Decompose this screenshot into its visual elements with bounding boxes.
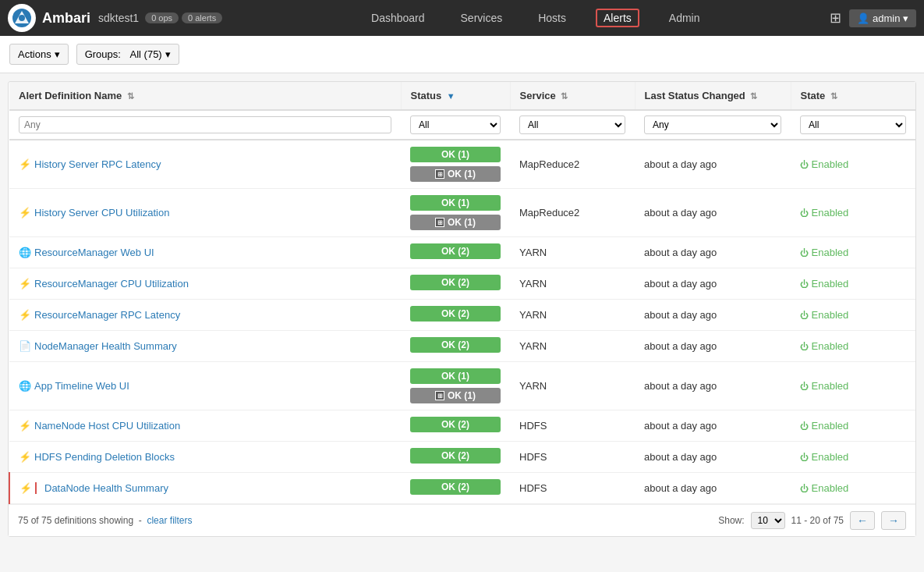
pagination-section: Show: 10 25 50 11 - 20 of 75 ← → [718,511,906,530]
alert-name-link[interactable]: ResourceManager RPC Latency [34,309,180,321]
col-header-service[interactable]: Service ⇅ [510,82,635,110]
alert-name-link[interactable]: History Server CPU Utilization [34,207,169,218]
status-btn-primary[interactable]: OK (2) [410,337,501,353]
alert-name-link[interactable]: DataNode Health Summary [35,482,168,494]
group-icon: ⊞ [435,391,444,400]
state-value: ⏻ Enabled [800,451,848,463]
status-stack: OK (2) [410,448,501,466]
power-icon: ⏻ [800,208,809,218]
alerts-table-container: Alert Definition Name ⇅ Status ▼ Service… [8,81,916,537]
nav-admin[interactable]: Admin [663,9,706,27]
status-btn-secondary[interactable]: ⊞ OK (1) [410,166,501,182]
status-btn-primary[interactable]: OK (2) [410,275,501,290]
user-menu-button[interactable]: 👤 admin ▾ [849,9,916,27]
cell-status: OK (2) [401,442,510,473]
status-btn-secondary[interactable]: ⊞ OK (1) [410,215,501,230]
alert-name-link[interactable]: App Timeline Web UI [34,380,129,392]
show-label: Show: [718,515,744,526]
filter-row: All OK WARNING CRITICAL All HDFS YARN Ma… [9,110,915,140]
cell-service: YARN [510,362,635,410]
status-btn-primary[interactable]: OK (2) [410,306,501,322]
sort-icon-status: ▼ [447,91,455,101]
status-btn-secondary[interactable]: ⊞ OK (1) [410,388,501,403]
cell-service: YARN [510,237,635,268]
cell-status: OK (1) ⊞ OK (1) [401,140,510,189]
status-btn-primary[interactable]: OK (1) [410,195,501,211]
cell-state: ⏻ Enabled [791,237,915,268]
sort-icon-last-changed: ⇅ [750,91,757,101]
globe-icon: 🌐 [19,247,31,258]
cell-service: YARN [510,268,635,300]
filter-state-select[interactable]: All Enabled Disabled [800,115,906,134]
alert-name-link[interactable]: ResourceManager Web UI [34,247,154,258]
table-row: ⚡HDFS Pending Deletion Blocks OK (2)HDFS… [9,442,915,473]
status-btn-primary[interactable]: OK (2) [410,479,501,495]
cell-state: ⏻ Enabled [791,300,915,331]
power-icon: ⏻ [800,382,809,391]
sort-icon-state: ⇅ [830,91,837,101]
footer-summary: 75 of 75 definitions showing - clear fil… [18,515,192,526]
alert-name-link[interactable]: History Server RPC Latency [34,158,161,170]
group-icon: ⊞ [435,218,444,227]
status-btn-primary[interactable]: OK (1) [410,368,501,384]
alert-name-link[interactable]: NameNode Host CPU Utilization [34,420,180,432]
status-btn-primary[interactable]: OK (2) [410,243,501,259]
groups-button[interactable]: Groups: All (75) ▾ [76,44,179,65]
cell-last-changed: about a day ago [635,140,791,189]
group-icon: ⊞ [435,169,444,179]
sort-icon-name: ⇅ [127,91,134,101]
clear-filters-link[interactable]: clear filters [147,515,192,526]
cell-state: ⏻ Enabled [791,442,915,473]
alert-name-link[interactable]: NodeManager Health Summary [34,340,177,352]
bolt-icon: ⚡ [19,451,31,463]
nav-services[interactable]: Services [455,9,509,27]
state-value: ⏻ Enabled [800,158,848,170]
status-btn-primary[interactable]: OK (2) [410,417,501,432]
filter-name-input[interactable] [19,116,391,133]
cell-name: ⚡ResourceManager CPU Utilization [9,268,401,300]
status-stack: OK (1) ⊞ OK (1) [410,195,501,230]
show-per-page-select[interactable]: 10 25 50 [751,512,785,529]
state-value: ⏻ Enabled [800,482,848,494]
grid-icon[interactable]: ⊞ [830,9,841,27]
status-btn-primary[interactable]: OK (1) [410,147,501,162]
cell-status: OK (2) [401,410,510,442]
filter-status-select[interactable]: All OK WARNING CRITICAL [410,115,501,134]
ops-badge: 0 ops [145,12,179,23]
cell-name: ⚡NameNode Host CPU Utilization [9,410,401,442]
bolt-icon: ⚡ [19,278,31,290]
cell-state: ⏻ Enabled [791,140,915,189]
status-btn-primary[interactable]: OK (2) [410,448,501,464]
cell-status: OK (2) [401,331,510,362]
groups-chevron-icon: ▾ [165,48,171,60]
col-header-state[interactable]: State ⇅ [791,82,915,110]
next-page-button[interactable]: → [881,511,906,530]
power-icon: ⏻ [800,279,809,289]
cell-last-changed: about a day ago [635,473,791,504]
cell-last-changed: about a day ago [635,300,791,331]
cell-service: YARN [510,300,635,331]
nav-hosts[interactable]: Hosts [532,9,572,27]
actions-button[interactable]: Actions ▾ [9,44,69,65]
filter-name-cell [9,110,401,140]
sort-icon-service: ⇅ [561,91,568,101]
nav-dashboard[interactable]: Dashboard [365,9,431,27]
alert-name-link[interactable]: HDFS Pending Deletion Blocks [34,451,175,463]
col-header-status[interactable]: Status ▼ [401,82,510,110]
bolt-icon: ⚡ [19,158,31,170]
filter-service-select[interactable]: All HDFS YARN MapReduce2 [519,115,625,134]
cell-last-changed: about a day ago [635,410,791,442]
filter-service-cell: All HDFS YARN MapReduce2 [510,110,635,140]
prev-page-button[interactable]: ← [850,511,875,530]
cell-last-changed: about a day ago [635,331,791,362]
filter-status-cell: All OK WARNING CRITICAL [401,110,510,140]
col-header-last-changed[interactable]: Last Status Changed ⇅ [635,82,791,110]
col-header-name[interactable]: Alert Definition Name ⇅ [9,82,401,110]
alert-name-link[interactable]: ResourceManager CPU Utilization [34,278,189,290]
table-row: ⚡History Server RPC Latency OK (1) ⊞ OK … [9,140,915,189]
nav-alerts[interactable]: Alerts [596,9,639,27]
cell-name: 🌐App Timeline Web UI [9,362,401,410]
filter-last-changed-select[interactable]: Any [644,115,781,134]
power-icon: ⏻ [800,311,809,320]
cell-service: HDFS [510,410,635,442]
